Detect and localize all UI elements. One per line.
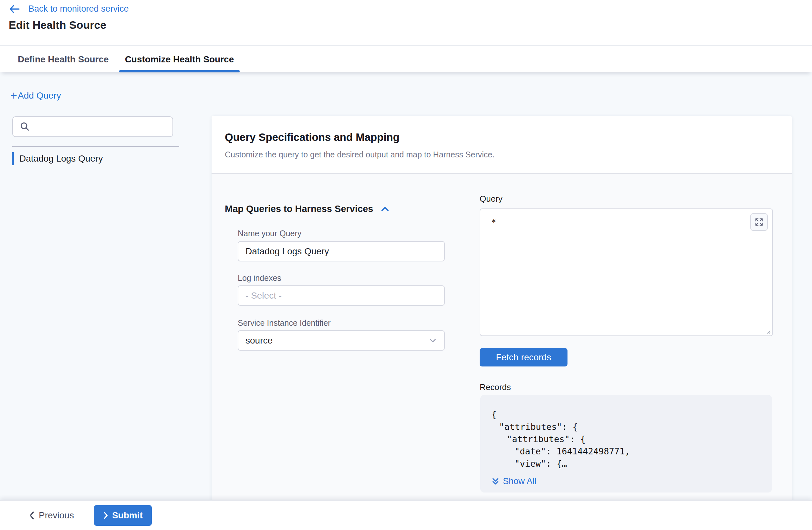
chevron-right-icon — [103, 511, 109, 520]
back-link[interactable]: Back to monitored service — [9, 4, 129, 14]
records-box: {"attributes": {"attributes": {"date": 1… — [480, 395, 772, 492]
service-instance-label: Service Instance Identifier — [238, 318, 331, 328]
content-area: + Add Query Datadog Logs Query Query Spe… — [0, 72, 812, 500]
search-input[interactable] — [35, 122, 167, 132]
show-all-label: Show All — [503, 476, 536, 486]
log-indexes-select[interactable]: - Select - — [238, 285, 445, 306]
sidebar-divider — [12, 146, 179, 147]
chevron-up-icon — [380, 205, 390, 213]
query-list-item[interactable]: Datadog Logs Query — [12, 152, 180, 166]
query-search — [12, 116, 173, 137]
add-query-button[interactable]: + Add Query — [10, 90, 61, 101]
show-all-button[interactable]: Show All — [491, 476, 762, 486]
card-title: Query Specifications and Mapping — [225, 131, 400, 143]
records-line: "attributes": { — [491, 433, 762, 445]
query-item-label: Datadog Logs Query — [19, 154, 103, 164]
name-query-field-wrap — [238, 241, 445, 261]
footer-bar: Previous Submit — [0, 500, 812, 530]
service-instance-value: source — [245, 335, 273, 346]
name-query-input[interactable] — [245, 246, 437, 257]
records-line: { — [491, 409, 762, 421]
expand-icon — [754, 217, 764, 227]
map-queries-section-header: Map Queries to Harness Services — [225, 204, 390, 214]
resize-handle-icon[interactable] — [765, 328, 771, 334]
edit-health-source-page: Back to monitored service Edit Health So… — [0, 0, 812, 530]
fetch-records-button[interactable]: Fetch records — [480, 348, 567, 367]
tab-customize-health-source[interactable]: Customize Health Source — [119, 46, 240, 72]
query-value: * — [491, 217, 496, 228]
card-header: Query Specifications and Mapping Customi… — [212, 116, 792, 174]
plus-icon: + — [10, 91, 17, 101]
records-label: Records — [480, 382, 511, 392]
page-title: Edit Health Source — [9, 19, 106, 31]
submit-button[interactable]: Submit — [94, 505, 152, 526]
log-indexes-placeholder: - Select - — [245, 290, 282, 301]
log-indexes-label: Log indexes — [238, 273, 281, 283]
back-arrow-icon — [9, 4, 20, 14]
selected-indicator — [12, 152, 14, 165]
query-label: Query — [480, 194, 503, 204]
map-queries-title: Map Queries to Harness Services — [225, 204, 373, 214]
collapse-section-button[interactable] — [380, 205, 390, 213]
back-link-label: Back to monitored service — [28, 4, 129, 14]
service-instance-select[interactable]: source — [238, 330, 445, 350]
previous-label: Previous — [39, 510, 74, 521]
submit-label: Submit — [112, 510, 143, 521]
expand-query-button[interactable] — [750, 213, 768, 231]
add-query-label: Add Query — [18, 90, 61, 101]
records-line: "view": {… — [491, 458, 762, 470]
previous-button[interactable]: Previous — [28, 510, 74, 521]
query-list: Datadog Logs Query — [12, 152, 180, 166]
records-lines: {"attributes": {"attributes": {"date": 1… — [491, 409, 762, 470]
chevron-down-icon — [429, 338, 437, 344]
records-line: "date": 1641442498771, — [491, 445, 762, 458]
tab-bar: Define Health Source Customize Health So… — [0, 46, 812, 72]
search-icon — [19, 121, 30, 132]
query-textarea[interactable]: * — [480, 209, 773, 336]
chevron-left-icon — [28, 511, 35, 520]
name-query-label: Name your Query — [238, 229, 301, 238]
double-chevron-down-icon — [491, 477, 500, 486]
page-header: Back to monitored service Edit Health So… — [0, 0, 812, 46]
tab-define-health-source[interactable]: Define Health Source — [12, 46, 115, 72]
query-spec-card: Query Specifications and Mapping Customi… — [212, 116, 792, 500]
card-subtitle: Customize the query to get the desired o… — [225, 150, 494, 159]
records-line: "attributes": { — [491, 421, 762, 433]
